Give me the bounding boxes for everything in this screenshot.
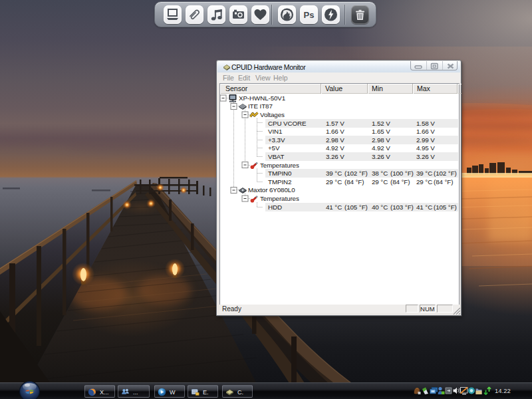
svg-text:Ps: Ps [304, 10, 315, 20]
